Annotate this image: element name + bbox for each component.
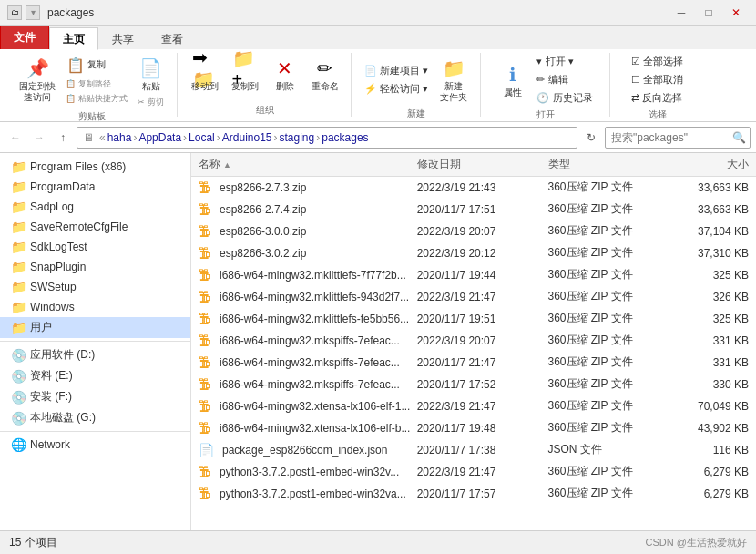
sidebar-label: SnapPlugin xyxy=(30,261,86,273)
sidebar-item-network[interactable]: 🌐 Network xyxy=(0,435,190,455)
breadcrumb-staging[interactable]: staging xyxy=(280,131,315,144)
open-button[interactable]: ▾ 打开 ▾ xyxy=(533,53,596,70)
new-item-button[interactable]: 📄 新建项目 ▾ xyxy=(361,62,432,79)
back-button[interactable]: ← xyxy=(5,128,26,148)
folder-icon: 📁 xyxy=(11,260,26,274)
sidebar-label: ProgramData xyxy=(30,180,95,193)
new-folder-button[interactable]: 📁 新建文件夹 xyxy=(435,53,472,106)
copy-to-button[interactable]: 📁+ 复制到 xyxy=(227,53,263,95)
table-row[interactable]: 🗜python3-3.7.2.post1-embed-win32v... 202… xyxy=(191,461,756,483)
sidebar-divider xyxy=(0,341,190,342)
pin-icon: 📌 xyxy=(25,56,50,81)
breadcrumb-packages[interactable]: packages xyxy=(322,131,368,144)
breadcrumb-appdata[interactable]: AppData xyxy=(138,131,181,144)
up-button[interactable]: ↑ xyxy=(53,128,73,148)
tab-file[interactable]: 文件 xyxy=(0,26,49,49)
properties-button[interactable]: ℹ 属性 xyxy=(495,59,531,101)
sidebar-item-drive-e[interactable]: 💿 资料 (E:) xyxy=(0,365,190,386)
folder-icon: 📁 xyxy=(11,220,26,234)
move-to-button[interactable]: ➡📁 移动到 xyxy=(187,53,223,95)
folder-icon: 📁 xyxy=(11,240,26,254)
sidebar-item-drive-f[interactable]: 💿 安装 (F:) xyxy=(0,386,190,407)
sidebar-item-swsetup[interactable]: 📁 SWSetup xyxy=(0,277,190,297)
history-button[interactable]: 🕐 历史记录 xyxy=(533,89,596,107)
sep1: › xyxy=(133,131,137,144)
table-row[interactable]: 📄package_esp8266com_index.json 2020/11/7… xyxy=(191,439,756,461)
sidebar-item-saveremote[interactable]: 📁 SaveRemoteCfgFile xyxy=(0,217,190,237)
col-header-date[interactable]: 修改日期 xyxy=(417,157,548,172)
tab-home[interactable]: 主页 xyxy=(49,27,98,50)
table-row[interactable]: 🗜i686-w64-mingw32.xtensa-lx106-elf-1... … xyxy=(191,395,756,417)
watermark: CSDN @生活热爱就好 xyxy=(646,536,747,549)
window-icon: 🗂 xyxy=(7,5,22,20)
sidebar-label: SdkLogTest xyxy=(30,241,87,253)
delete-icon: ✕ xyxy=(272,56,298,81)
minimize-button[interactable]: ─ xyxy=(669,3,694,23)
copy-button[interactable]: 📋 复制 xyxy=(62,53,131,77)
table-row[interactable]: 🗜i686-w64-mingw32.mklittlefs-fe5bb56... … xyxy=(191,308,756,330)
file-list-header: 名称 ▲ 修改日期 类型 大小 xyxy=(191,153,756,177)
table-row[interactable]: 🗜esp8266-3.0.2.zip 2022/3/19 20:12 360压缩… xyxy=(191,242,756,264)
zip-icon: 🗜 xyxy=(199,487,211,501)
select-all-button[interactable]: ☑ 全部选择 xyxy=(628,53,687,70)
address-box[interactable]: 🖥 « haha › AppData › Local › Arduino15 ›… xyxy=(77,127,577,149)
table-row[interactable]: 🗜esp8266-2.7.4.zip 2020/11/7 17:51 360压缩… xyxy=(191,199,756,221)
sidebar-label: Program Files (x86) xyxy=(30,160,126,173)
tab-view[interactable]: 查看 xyxy=(148,27,197,49)
deselect-all-button[interactable]: ☐ 全部取消 xyxy=(628,71,687,88)
sidebar-label: 用户 xyxy=(30,320,52,335)
rename-button[interactable]: ✏ 重命名 xyxy=(307,53,343,95)
sidebar-item-snapplugin[interactable]: 📁 SnapPlugin xyxy=(0,257,190,277)
pin-label: 固定到快速访问 xyxy=(19,81,56,103)
pin-button[interactable]: 📌 固定到快速访问 xyxy=(15,53,60,106)
col-header-size[interactable]: 大小 xyxy=(679,157,749,172)
paste-button[interactable]: 📄 粘贴 xyxy=(133,53,169,95)
edit-button[interactable]: ✏ 编辑 xyxy=(533,71,596,88)
zip-icon: 🗜 xyxy=(199,421,211,436)
title-bar-title: packages xyxy=(47,6,669,19)
refresh-button[interactable]: ↻ xyxy=(581,128,601,148)
breadcrumb-local[interactable]: Local xyxy=(189,131,215,144)
table-row[interactable]: 🗜i686-w64-mingw32.xtensa-lx106-elf-b... … xyxy=(191,417,756,439)
col-header-type[interactable]: 类型 xyxy=(548,157,679,172)
breadcrumb-arduino15[interactable]: Arduino15 xyxy=(222,131,272,144)
close-button[interactable]: ✕ xyxy=(723,3,749,23)
search-input[interactable] xyxy=(605,127,751,149)
drive-icon: 💿 xyxy=(11,369,26,384)
invert-selection-button[interactable]: ⇄ 反向选择 xyxy=(628,89,687,107)
delete-label: 删除 xyxy=(276,81,294,92)
easy-access-button[interactable]: ⚡ 轻松访问 ▾ xyxy=(361,80,432,97)
sidebar-item-programdata[interactable]: 📁 ProgramData xyxy=(0,177,190,197)
maximize-button[interactable]: □ xyxy=(696,3,721,23)
table-row[interactable]: 🗜i686-w64-mingw32.mklittlefs-7f77f2b... … xyxy=(191,264,756,286)
file-list: 名称 ▲ 修改日期 类型 大小 🗜esp8266-2.7.3.zip 2022/… xyxy=(191,153,756,530)
breadcrumb-haha[interactable]: haha xyxy=(107,131,132,144)
move-icon: ➡📁 xyxy=(192,56,218,81)
sidebar-item-drive-d[interactable]: 💿 应用软件 (D:) xyxy=(0,344,190,365)
sep3: › xyxy=(217,131,220,144)
col-header-name[interactable]: 名称 ▲ xyxy=(199,157,417,172)
table-row[interactable]: 🗜esp8266-2.7.3.zip 2022/3/19 21:43 360压缩… xyxy=(191,177,756,199)
address-arrow: 🖥 xyxy=(83,131,94,144)
table-row[interactable]: 🗜i686-w64-mingw32.mkspiffs-7efeac... 202… xyxy=(191,330,756,352)
table-row[interactable]: 🗜i686-w64-mingw32.mklittlefs-943d2f7... … xyxy=(191,286,756,308)
network-icon: 🌐 xyxy=(11,437,26,452)
sidebar-item-program-files-x86[interactable]: 📁 Program Files (x86) xyxy=(0,157,190,177)
sidebar-item-user[interactable]: 📁 用户 xyxy=(0,317,190,338)
sidebar-item-sdklogtest[interactable]: 📁 SdkLogTest xyxy=(0,237,190,257)
delete-button[interactable]: ✕ 删除 xyxy=(267,53,303,95)
clipboard-label: 剪贴板 xyxy=(78,110,106,123)
sidebar-divider2 xyxy=(0,431,190,432)
zip-icon: 🗜 xyxy=(199,202,211,217)
forward-button[interactable]: → xyxy=(29,128,49,148)
table-row[interactable]: 🗜esp8266-3.0.0.zip 2022/3/19 20:07 360压缩… xyxy=(191,221,756,242)
sidebar-item-sadplog[interactable]: 📁 SadpLog xyxy=(0,197,190,217)
sidebar-item-windows[interactable]: 📁 Windows xyxy=(0,297,190,317)
address-separator0: « xyxy=(99,131,106,144)
table-row[interactable]: 🗜i686-w64-mingw32.mkspiffs-7efeac... 202… xyxy=(191,352,756,374)
tab-share[interactable]: 共享 xyxy=(98,27,148,49)
sort-arrow: ▲ xyxy=(223,160,231,169)
sidebar-item-drive-g[interactable]: 💿 本地磁盘 (G:) xyxy=(0,407,190,428)
table-row[interactable]: 🗜python3-3.7.2.post1-embed-win32va... 20… xyxy=(191,483,756,505)
table-row[interactable]: 🗜i686-w64-mingw32.mkspiffs-7efeac... 202… xyxy=(191,374,756,395)
